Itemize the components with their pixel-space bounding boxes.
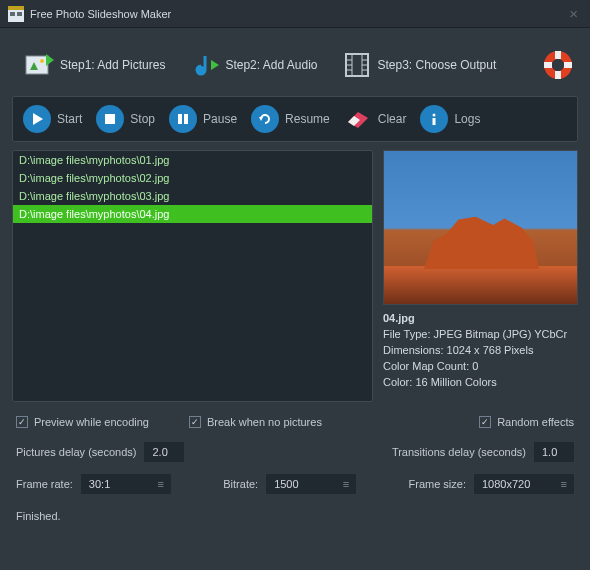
file-item[interactable]: D:\image files\myphotos\04.jpg [13, 205, 372, 223]
transitions-delay-input[interactable] [534, 442, 574, 462]
logs-button[interactable]: Logs [420, 105, 480, 133]
clear-button[interactable]: Clear [344, 105, 407, 133]
svg-rect-0 [8, 6, 24, 10]
random-effects-label: Random effects [497, 416, 574, 428]
svg-rect-23 [544, 62, 552, 68]
svg-marker-7 [46, 54, 54, 66]
resume-icon [251, 105, 279, 133]
svg-marker-26 [33, 113, 43, 125]
eraser-icon [344, 105, 372, 133]
clear-label: Clear [378, 112, 407, 126]
framesize-value: 1080x720 [482, 478, 530, 490]
svg-rect-27 [105, 114, 115, 124]
titlebar: Free Photo Slideshow Maker × [0, 0, 590, 28]
file-list[interactable]: D:\image files\myphotos\01.jpgD:\image f… [12, 150, 373, 402]
random-effects-checkbox[interactable]: Random effects [479, 416, 574, 428]
status-text: Finished. [12, 506, 578, 526]
svg-rect-2 [10, 12, 15, 16]
svg-rect-22 [555, 71, 561, 79]
preview-image [383, 150, 578, 305]
preview-info: 04.jpg File Type: JPEG Bitmap (JPG) YCbC… [383, 311, 578, 391]
preview-pane: 04.jpg File Type: JPEG Bitmap (JPG) YCbC… [383, 150, 578, 402]
action-bar: Start Stop Pause Resume Clear Logs [12, 96, 578, 142]
logs-label: Logs [454, 112, 480, 126]
framerate-combo[interactable]: 30:1≡ [81, 474, 171, 494]
framerate-value: 30:1 [89, 478, 110, 490]
stop-icon [96, 105, 124, 133]
file-item[interactable]: D:\image files\myphotos\03.jpg [13, 187, 372, 205]
preview-filetype: File Type: JPEG Bitmap (JPG) YCbCr [383, 327, 578, 343]
framerate-label: Frame rate: [16, 478, 73, 490]
svg-rect-3 [17, 12, 22, 16]
svg-rect-4 [26, 56, 48, 74]
break-no-pictures-label: Break when no pictures [207, 416, 322, 428]
preview-colormap: Color Map Count: 0 [383, 359, 578, 375]
pictures-delay-input[interactable] [144, 442, 184, 462]
menu-icon: ≡ [561, 478, 566, 490]
step1-label: Step1: Add Pictures [60, 58, 165, 72]
window-title: Free Photo Slideshow Maker [30, 8, 565, 20]
framesize-combo[interactable]: 1080x720≡ [474, 474, 574, 494]
menu-icon: ≡ [157, 478, 162, 490]
bitrate-combo[interactable]: 1500≡ [266, 474, 356, 494]
svg-point-25 [552, 59, 564, 71]
preview-encoding-checkbox[interactable]: Preview while encoding [16, 416, 149, 428]
svg-marker-30 [259, 117, 263, 121]
svg-rect-34 [433, 118, 436, 125]
transitions-delay-label: Transitions delay (seconds) [392, 446, 526, 458]
file-item[interactable]: D:\image files\myphotos\02.jpg [13, 169, 372, 187]
play-icon [23, 105, 51, 133]
step1-add-pictures[interactable]: Step1: Add Pictures [16, 46, 173, 84]
pause-icon [169, 105, 197, 133]
preview-color: Color: 16 Million Colors [383, 375, 578, 391]
pause-button[interactable]: Pause [169, 105, 237, 133]
preview-encoding-label: Preview while encoding [34, 416, 149, 428]
svg-rect-21 [555, 51, 561, 59]
pictures-delay-label: Pictures delay (seconds) [16, 446, 136, 458]
step2-add-audio[interactable]: Step2: Add Audio [181, 46, 325, 84]
svg-point-6 [40, 59, 44, 63]
close-icon[interactable]: × [565, 5, 582, 22]
step3-choose-output[interactable]: Step3: Choose Output [334, 46, 505, 84]
start-button[interactable]: Start [23, 105, 82, 133]
step3-label: Step3: Choose Output [378, 58, 497, 72]
preview-dimensions: Dimensions: 1024 x 768 Pixels [383, 343, 578, 359]
stop-button[interactable]: Stop [96, 105, 155, 133]
svg-marker-9 [211, 60, 219, 70]
bitrate-value: 1500 [274, 478, 298, 490]
resume-label: Resume [285, 112, 330, 126]
info-icon [420, 105, 448, 133]
preview-filename: 04.jpg [383, 311, 578, 327]
step2-label: Step2: Add Audio [225, 58, 317, 72]
help-icon[interactable] [542, 49, 574, 81]
start-label: Start [57, 112, 82, 126]
framesize-label: Frame size: [409, 478, 466, 490]
menu-icon: ≡ [343, 478, 348, 490]
file-item[interactable]: D:\image files\myphotos\01.jpg [13, 151, 372, 169]
bitrate-label: Bitrate: [223, 478, 258, 490]
resume-button[interactable]: Resume [251, 105, 330, 133]
stop-label: Stop [130, 112, 155, 126]
svg-rect-29 [184, 114, 188, 124]
break-no-pictures-checkbox[interactable]: Break when no pictures [189, 416, 322, 428]
svg-rect-24 [564, 62, 572, 68]
pictures-icon [24, 50, 54, 80]
app-icon [8, 6, 24, 22]
audio-icon [189, 50, 219, 80]
output-icon [342, 50, 372, 80]
steps-row: Step1: Add Pictures Step2: Add Audio Ste… [12, 38, 578, 96]
svg-rect-28 [178, 114, 182, 124]
svg-point-8 [197, 66, 205, 74]
svg-point-33 [433, 114, 436, 117]
pause-label: Pause [203, 112, 237, 126]
